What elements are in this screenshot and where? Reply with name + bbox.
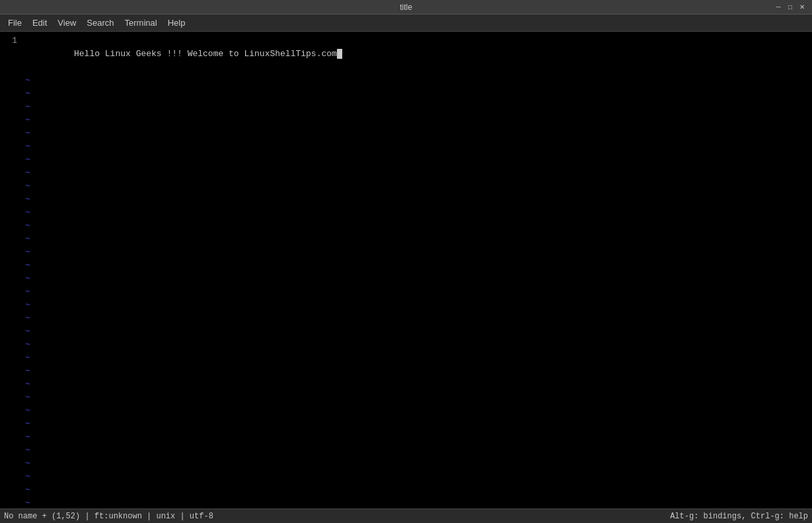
menu-view[interactable]: View	[52, 16, 81, 30]
tilde-10: ~	[22, 193, 809, 206]
tilde-2: ~	[22, 87, 809, 100]
text-line-1: Hello Linux Geeks !!! Welcome to LinuxSh…	[22, 34, 809, 74]
tilde-3: ~	[22, 100, 809, 114]
window-title: title	[400, 3, 412, 12]
tilde-18: ~	[22, 298, 809, 312]
tilde-32: ~	[22, 483, 809, 497]
line-content: Hello Linux Geeks !!! Welcome to LinuxSh…	[74, 49, 337, 59]
tilde-5: ~	[22, 127, 809, 140]
status-left: No name + (1,52) | ft:unknown | unix | u…	[4, 512, 213, 521]
tilde-20: ~	[22, 325, 809, 338]
tilde-1: ~	[22, 74, 809, 87]
window-controls: ─ □ ✕	[774, 3, 807, 12]
menu-file[interactable]: File	[3, 16, 27, 30]
minimize-button[interactable]: ─	[774, 3, 783, 12]
cursor	[337, 49, 342, 59]
menu-help[interactable]: Help	[163, 16, 191, 30]
tilde-16: ~	[22, 272, 809, 285]
editor-content: 1 Hello Linux Geeks !!! Welcome to Linux…	[0, 32, 812, 508]
tilde-17: ~	[22, 285, 809, 298]
tilde-31: ~	[22, 470, 809, 483]
tilde-24: ~	[22, 378, 809, 391]
tilde-19: ~	[22, 312, 809, 325]
line-numbers: 1	[0, 33, 20, 508]
status-right: Alt-g: bindings, Ctrl-g: help	[670, 512, 808, 521]
tilde-6: ~	[22, 140, 809, 153]
tilde-33: ~	[22, 497, 809, 508]
menu-edit[interactable]: Edit	[27, 16, 52, 30]
line-number-1: 1	[3, 34, 17, 48]
tilde-26: ~	[22, 404, 809, 417]
tilde-13: ~	[22, 232, 809, 246]
tilde-14: ~	[22, 246, 809, 259]
tilde-23: ~	[22, 365, 809, 378]
tilde-9: ~	[22, 180, 809, 193]
tilde-30: ~	[22, 457, 809, 470]
tilde-11: ~	[22, 206, 809, 219]
terminal-window: title ─ □ ✕ File Edit View Search Termin…	[0, 0, 812, 523]
menu-search[interactable]: Search	[81, 16, 119, 30]
menu-bar: File Edit View Search Terminal Help	[0, 15, 812, 32]
tilde-8: ~	[22, 166, 809, 180]
editor-area[interactable]: 1 Hello Linux Geeks !!! Welcome to Linux…	[0, 32, 812, 508]
tilde-4: ~	[22, 114, 809, 127]
maximize-button[interactable]: □	[786, 3, 795, 12]
tilde-7: ~	[22, 153, 809, 166]
title-bar: title ─ □ ✕	[0, 0, 812, 15]
tilde-15: ~	[22, 259, 809, 272]
tilde-29: ~	[22, 444, 809, 457]
tilde-12: ~	[22, 219, 809, 232]
close-button[interactable]: ✕	[797, 3, 807, 12]
tilde-28: ~	[22, 431, 809, 444]
tilde-27: ~	[22, 417, 809, 431]
tilde-lines: ~ ~ ~ ~ ~ ~ ~ ~ ~ ~ ~ ~ ~ ~ ~ ~ ~	[22, 74, 809, 508]
menu-terminal[interactable]: Terminal	[120, 16, 163, 30]
status-bar: No name + (1,52) | ft:unknown | unix | u…	[0, 508, 812, 523]
tilde-22: ~	[22, 351, 809, 365]
tilde-21: ~	[22, 338, 809, 351]
tilde-25: ~	[22, 391, 809, 404]
text-area[interactable]: Hello Linux Geeks !!! Welcome to LinuxSh…	[20, 33, 812, 508]
